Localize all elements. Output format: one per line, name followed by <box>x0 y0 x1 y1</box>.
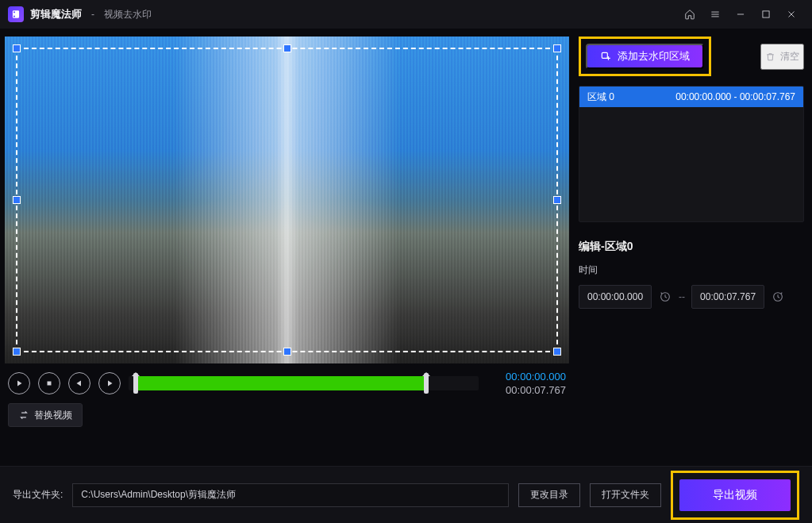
replace-row: 替换视频 <box>5 400 569 430</box>
time-to-input[interactable]: 00:00:07.767 <box>691 285 764 309</box>
handle-bottom-right[interactable] <box>553 348 561 356</box>
timeline[interactable] <box>129 370 479 397</box>
replace-video-label: 替换视频 <box>34 409 72 422</box>
export-folder-path[interactable]: C:\Users\Admin\Desktop\剪辑魔法师 <box>72 483 509 507</box>
app-logo <box>8 6 24 22</box>
export-video-button[interactable]: 导出视频 <box>679 479 791 511</box>
svg-rect-3 <box>763 11 769 17</box>
add-region-icon <box>600 51 611 62</box>
clear-label: 清空 <box>780 50 799 63</box>
app-title: 剪辑魔法师 <box>30 7 82 21</box>
preview-pane: 00:00:00.000 00:00:07.767 替换视频 <box>0 29 574 466</box>
handle-right[interactable] <box>553 196 561 204</box>
time-to-value: 00:00:07.767 <box>700 291 756 302</box>
region-name: 区域 0 <box>587 90 614 104</box>
edit-region-block: 编辑-区域0 时间 00:00:00.000 -- 00:00:07.767 <box>579 240 804 309</box>
timeline-track[interactable] <box>129 376 479 390</box>
svg-rect-5 <box>602 52 607 58</box>
change-dir-label: 更改目录 <box>530 488 568 502</box>
timeline-end-handle[interactable] <box>424 373 429 394</box>
right-top-row: 添加去水印区域 清空 <box>579 37 804 76</box>
watermark-selection-box[interactable] <box>16 48 558 352</box>
right-panel: 添加去水印区域 清空 区域 0 00:00:00.000 - 00:00:07.… <box>574 29 812 466</box>
next-frame-icon <box>105 379 114 388</box>
handle-top[interactable] <box>283 44 291 52</box>
handle-bottom[interactable] <box>283 348 291 356</box>
maximize-button[interactable] <box>753 3 779 25</box>
open-dir-label: 打开文件夹 <box>602 488 649 502</box>
close-button[interactable] <box>779 3 804 25</box>
time-from-value: 00:00:00.000 <box>587 291 643 302</box>
transport-controls: 00:00:00.000 00:00:07.767 <box>5 363 569 400</box>
close-icon <box>786 9 797 20</box>
export-folder-path-text: C:\Users\Admin\Desktop\剪辑魔法师 <box>81 488 236 502</box>
svg-rect-4 <box>48 382 52 386</box>
handle-left[interactable] <box>13 196 21 204</box>
menu-button[interactable] <box>702 3 728 25</box>
add-region-label: 添加去水印区域 <box>618 49 690 63</box>
clock-back-icon <box>659 290 672 303</box>
timeline-range[interactable] <box>136 376 426 390</box>
time-readout: 00:00:00.000 00:00:07.767 <box>487 371 566 396</box>
region-list[interactable]: 区域 0 00:00:00.000 - 00:00:07.767 <box>579 86 804 222</box>
handle-top-right[interactable] <box>553 44 561 52</box>
title-left: 剪辑魔法师 - 视频去水印 <box>8 6 152 22</box>
trash-icon <box>765 52 775 62</box>
title-separator: - <box>91 9 94 20</box>
main-area: 00:00:00.000 00:00:07.767 替换视频 添加去水印区域 <box>0 29 812 466</box>
export-folder-label: 导出文件夹: <box>13 488 63 502</box>
clock-forward-icon <box>772 290 784 303</box>
prev-frame-icon <box>75 379 84 388</box>
svg-rect-2 <box>13 16 15 17</box>
prev-frame-button[interactable] <box>68 372 90 394</box>
play-button[interactable] <box>8 372 30 394</box>
next-frame-button[interactable] <box>98 372 121 394</box>
region-row[interactable]: 区域 0 00:00:00.000 - 00:00:07.767 <box>579 87 803 107</box>
add-watermark-region-button[interactable]: 添加去水印区域 <box>586 44 704 69</box>
time-from-input[interactable]: 00:00:00.000 <box>579 285 652 309</box>
export-video-label: 导出视频 <box>713 488 757 502</box>
clear-regions-button[interactable]: 清空 <box>760 44 804 70</box>
add-region-highlight: 添加去水印区域 <box>579 37 711 76</box>
svg-rect-1 <box>13 12 15 13</box>
video-canvas <box>5 37 569 363</box>
film-icon <box>10 9 21 20</box>
home-button[interactable] <box>677 3 702 25</box>
home-icon <box>684 9 695 20</box>
replace-video-button[interactable]: 替换视频 <box>8 403 83 427</box>
app-module: 视频去水印 <box>104 8 152 21</box>
handle-bottom-left[interactable] <box>13 348 21 356</box>
stop-icon <box>44 379 54 388</box>
time-sep: -- <box>679 291 685 302</box>
menu-icon <box>710 9 721 20</box>
open-dir-button[interactable]: 打开文件夹 <box>590 483 661 507</box>
set-to-current-button[interactable] <box>771 290 785 304</box>
stop-button[interactable] <box>38 372 60 394</box>
video-preview[interactable] <box>5 37 569 363</box>
duration: 00:00:07.767 <box>506 384 566 396</box>
current-time: 00:00:00.000 <box>506 371 566 383</box>
edit-title: 编辑-区域0 <box>579 240 804 254</box>
play-icon <box>14 379 24 388</box>
edit-time-label: 时间 <box>579 263 804 277</box>
app-window: 剪辑魔法师 - 视频去水印 <box>0 0 812 523</box>
maximize-icon <box>760 9 772 20</box>
minimize-button[interactable] <box>728 3 753 25</box>
timeline-start-handle[interactable] <box>133 373 138 394</box>
handle-top-left[interactable] <box>13 44 21 52</box>
change-dir-button[interactable]: 更改目录 <box>518 483 580 507</box>
bottom-bar: 导出文件夹: C:\Users\Admin\Desktop\剪辑魔法师 更改目录… <box>0 466 812 523</box>
export-highlight: 导出视频 <box>671 471 799 520</box>
minimize-icon <box>735 9 746 20</box>
set-from-current-button[interactable] <box>658 290 672 304</box>
time-range-row: 00:00:00.000 -- 00:00:07.767 <box>579 285 804 309</box>
title-bar[interactable]: 剪辑魔法师 - 视频去水印 <box>0 0 812 29</box>
region-time-range: 00:00:00.000 - 00:00:07.767 <box>675 91 795 102</box>
swap-icon <box>18 410 29 421</box>
